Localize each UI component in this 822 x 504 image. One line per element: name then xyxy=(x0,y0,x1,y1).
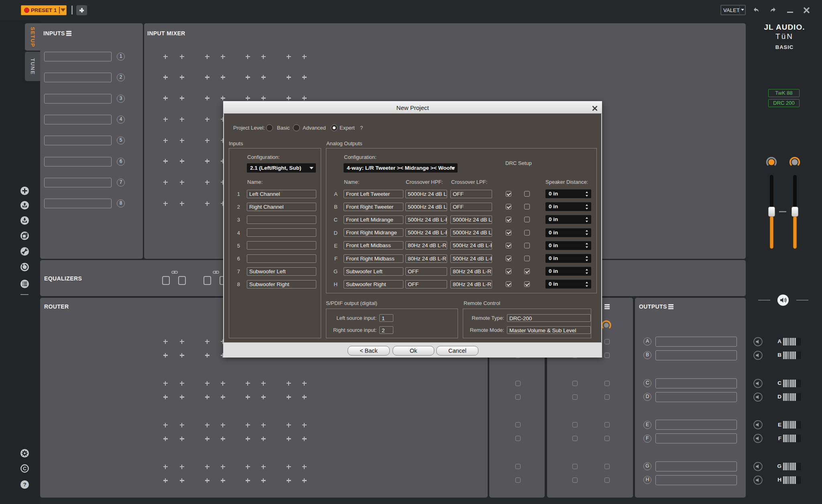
svg-text:?: ? xyxy=(23,482,26,488)
svg-text:C: C xyxy=(22,465,26,471)
